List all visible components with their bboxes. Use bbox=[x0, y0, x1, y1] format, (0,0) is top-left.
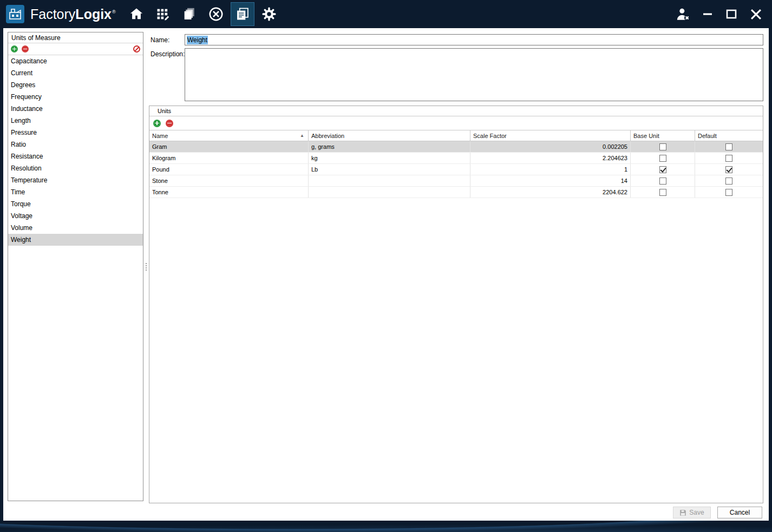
sidebar-item-degrees[interactable]: Degrees bbox=[8, 79, 143, 91]
cell-scale-factor: 2.204623 bbox=[470, 153, 631, 163]
sort-ascending-icon: ▲ bbox=[300, 133, 304, 138]
cell-scale-factor: 1 bbox=[470, 164, 631, 175]
table-row-stone[interactable]: Stone 14 bbox=[149, 175, 763, 187]
description-label: Description: bbox=[151, 50, 185, 58]
table-row-pound[interactable]: Pound Lb 1 bbox=[149, 164, 763, 175]
cell-abbreviation: g, grams bbox=[309, 141, 470, 152]
sidebar-item-capacitance[interactable]: Capacitance bbox=[8, 55, 143, 67]
base-unit-checkbox[interactable] bbox=[659, 155, 666, 162]
app-window: FactoryLogix® bbox=[0, 0, 772, 532]
base-unit-checkbox[interactable] bbox=[659, 189, 666, 196]
minimize-button[interactable] bbox=[701, 8, 714, 21]
sidebar-item-length[interactable]: Length bbox=[8, 115, 143, 127]
disable-icon[interactable] bbox=[133, 45, 140, 52]
window-controls bbox=[676, 0, 772, 28]
units-table-header: Name ▲ Abbreviation Scale Factor Base Un… bbox=[149, 130, 763, 141]
base-unit-checkbox[interactable] bbox=[659, 178, 666, 185]
sidebar-item-torque[interactable]: Torque bbox=[8, 198, 143, 210]
close-button[interactable] bbox=[749, 7, 763, 22]
units-groupbox: Units Name ▲ Abbreviation Scale Factor B… bbox=[149, 106, 763, 503]
table-row-tonne[interactable]: Tonne 2204.622 bbox=[149, 187, 763, 198]
settings-gear-icon[interactable] bbox=[257, 2, 281, 26]
column-header-scale-factor[interactable]: Scale Factor bbox=[470, 130, 631, 141]
table-row-kilogram[interactable]: Kilogram kg 2.204623 bbox=[149, 153, 763, 164]
app-logo-icon bbox=[5, 4, 25, 24]
documents-stack-icon[interactable] bbox=[178, 2, 201, 26]
sidebar-item-time[interactable]: Time bbox=[8, 186, 143, 198]
name-input-selected-text: Weight bbox=[187, 36, 208, 44]
units-groupbox-title: Units bbox=[149, 106, 763, 116]
default-checkbox[interactable] bbox=[725, 166, 732, 173]
planning-grid-icon[interactable] bbox=[151, 2, 175, 26]
main-navigation bbox=[125, 0, 281, 28]
column-header-default[interactable]: Default bbox=[695, 130, 763, 141]
sidebar-item-pressure[interactable]: Pressure bbox=[8, 127, 143, 139]
cell-scale-factor: 14 bbox=[470, 175, 631, 186]
cell-abbreviation: Lb bbox=[309, 164, 470, 175]
sidebar-item-inductance[interactable]: Inductance bbox=[8, 103, 143, 115]
units-table: Name ▲ Abbreviation Scale Factor Base Un… bbox=[149, 130, 763, 198]
cell-abbreviation: kg bbox=[309, 153, 470, 163]
sidebar-item-weight[interactable]: Weight bbox=[8, 234, 143, 246]
base-unit-checkbox[interactable] bbox=[659, 166, 666, 173]
remove-unit-type-icon[interactable] bbox=[22, 45, 29, 52]
cell-name: Gram bbox=[149, 141, 309, 152]
sidebar-item-frequency[interactable]: Frequency bbox=[8, 91, 143, 103]
name-label: Name: bbox=[151, 36, 169, 44]
main-content: Units of Measure Capacitance Current Deg… bbox=[3, 28, 769, 521]
sidebar-item-current[interactable]: Current bbox=[8, 67, 143, 79]
default-checkbox[interactable] bbox=[725, 155, 732, 162]
splitter-grip-icon bbox=[146, 263, 147, 271]
sidebar-item-ratio[interactable]: Ratio bbox=[8, 139, 143, 150]
cell-scale-factor: 2204.622 bbox=[470, 187, 631, 198]
logout-user-icon[interactable] bbox=[676, 7, 690, 22]
units-toolbar bbox=[149, 116, 763, 130]
cell-abbreviation bbox=[309, 175, 470, 186]
detail-panel: Name: Weight Description: Units Name ▲ bbox=[149, 32, 763, 521]
default-checkbox[interactable] bbox=[725, 178, 732, 185]
column-header-abbreviation[interactable]: Abbreviation bbox=[309, 130, 470, 141]
splitter-handle[interactable] bbox=[144, 32, 148, 501]
panel-title: Units of Measure bbox=[8, 32, 143, 43]
cancel-button[interactable]: Cancel bbox=[717, 507, 762, 518]
sidebar-item-volume[interactable]: Volume bbox=[8, 222, 143, 234]
brand-logix: Logix bbox=[75, 6, 112, 22]
cell-name: Tonne bbox=[149, 187, 309, 198]
cell-abbreviation bbox=[309, 187, 470, 198]
sidebar-item-voltage[interactable]: Voltage bbox=[8, 210, 143, 222]
add-unit-icon[interactable] bbox=[153, 120, 161, 127]
home-icon[interactable] bbox=[125, 2, 148, 26]
brand-factory: Factory bbox=[30, 6, 75, 22]
remove-unit-icon[interactable] bbox=[166, 120, 173, 127]
app-title: FactoryLogix® bbox=[30, 6, 116, 22]
titlebar: FactoryLogix® bbox=[0, 0, 772, 28]
panel-toolbar bbox=[8, 43, 143, 55]
save-button-label: Save bbox=[689, 509, 704, 516]
sidebar-item-resolution[interactable]: Resolution bbox=[8, 162, 143, 174]
cell-name: Kilogram bbox=[149, 153, 309, 163]
units-of-measure-panel: Units of Measure Capacitance Current Deg… bbox=[8, 32, 143, 501]
table-row-gram[interactable]: Gram g, grams 0.002205 bbox=[149, 141, 763, 153]
registered-mark: ® bbox=[112, 9, 116, 15]
bottom-decoration bbox=[0, 521, 772, 532]
base-unit-checkbox[interactable] bbox=[659, 143, 666, 150]
name-input[interactable]: Weight bbox=[185, 34, 763, 45]
default-checkbox[interactable] bbox=[725, 143, 732, 150]
save-button[interactable]: Save bbox=[673, 507, 711, 518]
save-floppy-icon bbox=[679, 509, 686, 516]
description-input[interactable] bbox=[185, 48, 763, 101]
cancel-button-label: Cancel bbox=[730, 509, 750, 516]
sidebar-item-temperature[interactable]: Temperature bbox=[8, 174, 143, 186]
column-header-base-unit[interactable]: Base Unit bbox=[631, 130, 695, 141]
sidebar-item-resistance[interactable]: Resistance bbox=[8, 150, 143, 162]
forms-configuration-icon[interactable] bbox=[231, 2, 254, 26]
unit-type-list: Capacitance Current Degrees Frequency In… bbox=[8, 55, 143, 501]
target-compass-icon[interactable] bbox=[204, 2, 228, 26]
cell-name: Stone bbox=[149, 175, 309, 186]
add-unit-type-icon[interactable] bbox=[11, 45, 18, 52]
default-checkbox[interactable] bbox=[725, 189, 732, 196]
cell-scale-factor: 0.002205 bbox=[470, 141, 631, 152]
column-header-name[interactable]: Name ▲ bbox=[149, 130, 309, 141]
maximize-button[interactable] bbox=[725, 8, 738, 21]
column-header-name-label: Name bbox=[152, 133, 168, 139]
